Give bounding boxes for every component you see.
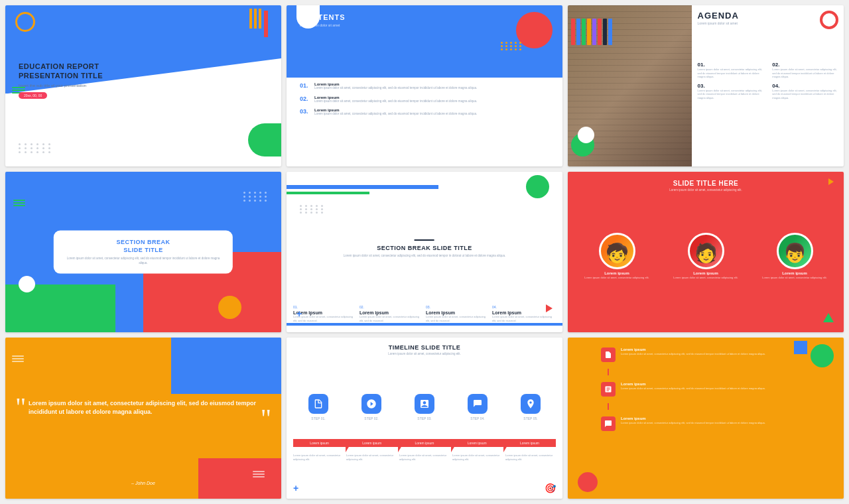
wavy-right-decoration: [253, 470, 265, 479]
col-num-2: 02.: [359, 305, 423, 309]
person-label-3: Lorem ipsum: [752, 271, 837, 275]
slide5-title: SECTION BREAK SLIDE TITLE: [314, 245, 535, 251]
red-circle-bottom-left: [578, 472, 598, 492]
agenda-body-3: Lorem ipsum dolor sit amet, consectetur …: [698, 89, 766, 100]
col-num-3: 03.: [426, 305, 490, 309]
person-1: 🧒 Lorem ipsum Lorem ipsum dolor sit amet…: [574, 233, 659, 279]
info-body-3: Lorem ipsum dolor sit amet, consectetur …: [621, 421, 765, 425]
slide5-columns: 01. Lorem ipsum Lorem ipsum dolor sit am…: [293, 305, 556, 322]
blue-bar-top: [287, 185, 438, 189]
contents-item-2: 02. Lorem ipsum Lorem ipsum dolor sit am…: [300, 95, 549, 103]
person-3: 👦 Lorem ipsum Lorem ipsum dolor sit amet…: [752, 233, 837, 279]
slide-5-section-break-title: SECTION BREAK SLIDE TITLE Lorem ipsum do…: [287, 172, 562, 333]
timeline-descriptions: Lorem ipsum dolor sit amet, consectetur …: [293, 454, 556, 461]
desc-1: Lorem ipsum dolor sit amet, consectetur …: [293, 454, 344, 461]
step-icon-1: [308, 394, 328, 414]
step-icon-2: [361, 394, 381, 414]
slide1-subtitle: Insert the sub title of your presentatio…: [19, 84, 268, 88]
step-1: STEP 01.: [293, 394, 344, 422]
agenda-item-4: 04. Lorem ipsum dolor sit amet, consecte…: [772, 83, 840, 100]
separator-line: [415, 239, 434, 241]
date-badge: 20xx, 00, 00: [19, 92, 47, 99]
slide-9-info-list: Lorem ipsum Lorem ipsum dolor sit amet, …: [568, 338, 844, 499]
desc-2: Lorem ipsum dolor sit amet, consectetur …: [346, 454, 397, 461]
section-break-body: Lorem ipsum dolor sit amet, consectetur …: [64, 257, 222, 266]
blue-bar-bottom: [287, 323, 562, 326]
agenda-body-1: Lorem ipsum dolor sit amet, consectetur …: [698, 68, 766, 79]
step-icon-5: [521, 394, 541, 414]
step-5: STEP 05.: [505, 394, 556, 422]
book-1: [571, 19, 575, 45]
arrow-2: Lorem ipsum: [346, 439, 398, 447]
agenda-body-4: Lorem ipsum dolor sit amet, consectetur …: [772, 89, 840, 100]
step-icon-4: [468, 394, 488, 414]
col-2: 02. Lorem ipsum Lorem ipsum dolor sit am…: [359, 305, 423, 322]
col-1: 01. Lorem ipsum Lorem ipsum dolor sit am…: [293, 305, 357, 322]
slide-7-quote: " " Lorem ipsum dolor sit amet, consecte…: [5, 338, 281, 499]
agenda-item-3: 03. Lorem ipsum dolor sit amet, consecte…: [698, 83, 766, 100]
info-heading-2: Lorem ipsum: [621, 382, 765, 386]
green-bg-corner: [5, 284, 115, 333]
close-quote-mark: ": [261, 405, 271, 432]
contents-item-3: 03. Lorem ipsum Lorem ipsum dolor sit am…: [300, 108, 549, 116]
col-3: 03. Lorem ipsum Lorem ipsum dolor sit am…: [426, 305, 490, 322]
book-8: [608, 19, 612, 45]
book-3: [582, 19, 586, 45]
step-label-2: STEP 02.: [346, 416, 397, 420]
agenda-num-4: 04.: [772, 83, 840, 89]
green-circle-top: [526, 175, 549, 198]
desc-4: Lorem ipsum dolor sit amet, consectetur …: [452, 454, 503, 461]
open-quote-mark: ": [15, 394, 26, 420]
slide-2-contents: CONTENTS Lorem ipsum dolor sit amet 01. …: [287, 5, 562, 166]
icon-box-3: [601, 416, 616, 431]
arrow-5: Lorem ipsum: [503, 439, 556, 447]
timeline-steps: STEP 01. STEP 02. STEP 03. STEP 04. STEP…: [293, 394, 556, 422]
arrow-4: Lorem ipsum: [451, 439, 503, 447]
play-triangle: [828, 178, 834, 185]
red-rect-decoration: [264, 11, 268, 37]
section-break-box: SECTION BREAK SLIDE TITLE Lorem ipsum do…: [54, 231, 233, 274]
step-4: STEP 04.: [452, 394, 503, 422]
slide8-title-area: TIMELINE SLIDE TITLE Lorem ipsum dolor s…: [314, 344, 535, 355]
quote-author: – John Doe: [131, 481, 155, 485]
contents-title: CONTENTS: [300, 13, 346, 21]
wavy-decoration: [13, 198, 25, 208]
red-corner-bottom: [198, 458, 281, 499]
info-items-list: Lorem ipsum Lorem ipsum dolor sit amet, …: [601, 347, 797, 431]
col-body-3: Lorem ipsum dolor sit amet, consectetur …: [426, 315, 490, 322]
agenda-item-1: 01. Lorem ipsum dolor sit amet, consecte…: [698, 62, 766, 79]
step-3: STEP 03.: [399, 394, 450, 422]
agenda-num-1: 01.: [698, 62, 766, 68]
book-shelf-image: [568, 5, 692, 166]
step-label-1: STEP 01.: [293, 416, 344, 420]
contents-subtitle: Lorem ipsum dolor sit amet: [300, 23, 340, 27]
cross-icon: +: [296, 308, 302, 319]
col-body-2: Lorem ipsum dolor sit amet, consectetur …: [359, 315, 423, 322]
info-heading-1: Lorem ipsum: [621, 347, 765, 351]
slide-8-timeline: TIMELINE SLIDE TITLE Lorem ipsum dolor s…: [287, 338, 562, 499]
step-icon-3: [415, 394, 434, 414]
green-circle: [571, 133, 594, 157]
photo-circle-1: 🧒: [599, 233, 635, 269]
blue-corner-top: [171, 338, 281, 394]
info-item-3: Lorem ipsum Lorem ipsum dolor sit amet, …: [601, 416, 797, 431]
slide-4-section-break: SECTION BREAK SLIDE TITLE Lorem ipsum do…: [5, 172, 281, 333]
book-6: [598, 19, 602, 45]
book-4: [587, 19, 591, 45]
col-head-1: Lorem ipsum: [293, 310, 357, 315]
person-2: 🧑 Lorem ipsum Lorem ipsum dolor sit amet…: [663, 233, 748, 279]
col-num-1: 01.: [293, 305, 357, 309]
yellow-lines-decoration: [249, 9, 261, 29]
green-triangle: [823, 313, 834, 322]
person-desc-3: Lorem ipsum dolor sit amet, consectetur …: [752, 276, 837, 279]
col-body-4: Lorem ipsum dolor sit amet, consectetur …: [492, 315, 556, 322]
agenda-body-2: Lorem ipsum dolor sit amet, consectetur …: [772, 68, 840, 79]
step-label-3: STEP 03.: [399, 416, 450, 420]
col-head-3: Lorem ipsum: [426, 310, 490, 315]
person-desc-1: Lorem ipsum dolor sit amet, consectetur …: [574, 276, 659, 279]
slide-3-agenda: AGENDA Lorem ipsum dolor sit amet 01. Lo…: [568, 5, 844, 166]
agenda-grid: 01. Lorem ipsum dolor sit amet, consecte…: [698, 62, 840, 100]
green-half-circle: [248, 123, 281, 157]
green-circle-top-right: [811, 344, 834, 367]
dots-pattern: [19, 143, 52, 153]
